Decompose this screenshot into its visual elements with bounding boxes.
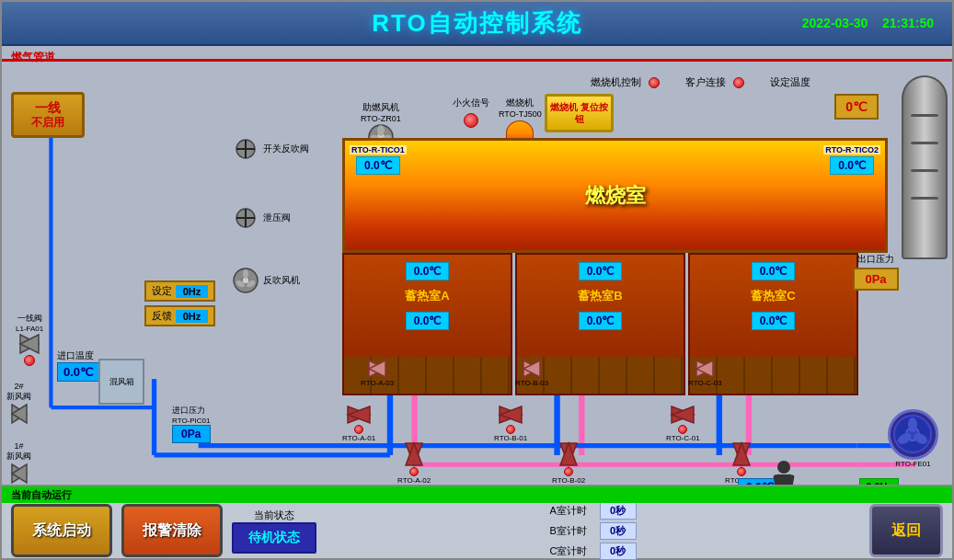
set-temp-label: 设定温度 [770,75,810,89]
check-valve-label: 开关反吹阀 [263,143,309,155]
valve-l1-id: L1-FA01 [16,325,43,333]
tic01-display: RTO-R-TICO1 0.0℃ [350,145,407,175]
pressure-valve-label: 泄压阀 [263,211,291,224]
valve-b03-label: RTO-B-03 [515,379,548,387]
outlet-pressure-label: 出口压力 [857,253,894,266]
burner-control-area: 燃烧机控制 客户连接 设定温度 [591,75,810,89]
alarm-button[interactable]: 报警清除 [121,504,223,557]
customer-connect-label: 客户连接 [685,75,726,89]
inlet-pressure-id: RTO-PIC01 [172,417,211,425]
one-line-label-1: 一线 [35,100,61,116]
tic02-value[interactable]: 0.0℃ [830,156,874,175]
return-btn-label: 返回 [891,521,921,541]
outlet-pressure-area: 出口压力 0Pa [853,253,899,291]
timer-c-label: C室计时 [550,544,596,558]
state-value: 待机状态 [232,522,316,554]
check-valve-area: 开关反吹阀 [232,138,309,160]
chamber-a-bottom-temp[interactable]: 0.0℃ [406,312,450,330]
chamber-c-label: 蓄热室C [751,288,795,304]
timer-b-label: B室计时 [550,524,596,538]
timer-a-row: A室计时 0秒 [550,502,637,520]
valve-b01-svg [498,405,523,425]
output-fan-id: RTO-FE01 [895,460,930,468]
timer-b-value: 0秒 [600,522,637,540]
one-line-button[interactable]: 一线 不启用 [11,92,85,138]
valve-l1-area: 一线阀 L1-FA01 [16,313,43,366]
set-hz-value[interactable]: 0Hz [176,285,208,298]
main-container: RTO自动控制系统 2022-03-30 21:31:50 [0,0,954,560]
footer: 当前自动运行 系统启动 报警清除 当前状态 待机状态 A室计时 0秒 B室计时 … [2,485,952,558]
tic01-id: RTO-R-TICO1 [350,145,407,154]
inlet-pressure-value[interactable]: 0Pa [172,425,211,443]
burner-ctrl-label: 燃烧机控制 [591,75,641,89]
valve-a01-area: RTO-A-01 [342,405,375,442]
valve-a02-label: RTO-A-02 [397,476,431,485]
chamber-a-top-temp[interactable]: 0.0℃ [406,262,450,280]
chamber-b-bottom-temp[interactable]: 0.0℃ [579,312,623,330]
burner-machine-id: RTO-TJ500 [499,109,542,119]
pressure-cylinder [902,75,948,259]
output-fan-area: RTO-FE01 [888,409,938,468]
valve-a02-area: RTO-A-02 [397,441,431,485]
inlet-pressure-label: 进口压力 [172,405,211,417]
valve-c01-label: RTO-C-01 [666,434,700,442]
burner-ctrl-indicator [649,77,660,88]
inlet-temp-value[interactable]: 0.0℃ [57,362,100,382]
burner-machine-label: 燃烧机 [506,97,534,109]
app-title: RTO自动控制系统 [372,7,581,40]
timer-a-value: 0秒 [600,502,637,520]
anti-blow-label: 反吹风机 [263,274,300,287]
feedback-hz-value[interactable]: 0Hz [176,310,208,323]
combustion-chamber: RTO-R-TICO1 0.0℃ 燃烧室 RTO-R-TICO2 0.0℃ [342,138,888,253]
ignite-reset-button[interactable]: 燃烧机 复位按钮 [545,94,614,132]
start-btn-label: 系统启动 [32,521,91,541]
valve-c02-svg [731,441,752,467]
timer-a-label: A室计时 [550,504,596,518]
timer-c-value: 0秒 [600,543,637,560]
tic02-id: RTO-R-TICO2 [823,145,880,154]
chamber-c-bottom-temp[interactable]: 0.0℃ [752,312,796,330]
feedback-hz-row: 反馈 0Hz [144,305,215,326]
running-status-text: 当前自动运行 [11,488,72,502]
inlet-temp-area: 进口温度 0.0℃ [57,349,100,382]
check-valve-svg [232,138,259,160]
fan2-label: 2# [14,382,23,391]
valve-c01-indicator [678,425,687,434]
alarm-btn-label: 报警清除 [143,521,201,541]
header: RTO自动控制系统 2022-03-30 21:31:50 [2,2,952,46]
valve-c03-area: RTO-C-03 [688,359,722,387]
datetime: 2022-03-30 21:31:50 [802,16,934,30]
hz-controls: 设定 0Hz 反馈 0Hz [144,280,215,326]
date: 2022-03-30 [802,16,868,30]
start-button[interactable]: 系统启动 [11,504,112,557]
set-temp-value[interactable]: 0℃ [834,94,879,120]
inlet-pressure-area: 进口压力 RTO-PIC01 0Pa [172,405,211,443]
tic01-value[interactable]: 0.0℃ [356,156,400,175]
flame-signal: 小火信号 [453,97,489,128]
fan2-svg [8,403,30,425]
chamber-c-top-temp[interactable]: 0.0℃ [752,262,796,280]
chamber-b-top-temp[interactable]: 0.0℃ [579,262,623,280]
outlet-pressure-value[interactable]: 0Pa [853,268,899,291]
return-button[interactable]: 返回 [869,504,943,557]
valve-b03-svg [522,359,542,379]
svg-point-57 [908,417,917,432]
timer-c-row: C室计时 0秒 [550,543,637,560]
valve-a01-indicator [354,425,363,434]
valve-c01-svg [670,405,695,425]
fan2-area: 2# 新风阀 [6,382,31,425]
svg-point-60 [777,461,790,474]
valve-b02-area: RTO-B-02 [552,441,585,485]
valve-b02-indicator [564,467,573,476]
combustion-chamber-label: 燃烧室 [585,184,646,207]
pressure-valve-area: 泄压阀 [232,207,291,229]
mixing-box-label: 混风箱 [109,376,134,388]
anti-blow-svg [232,267,259,294]
output-fan-circle [888,409,938,460]
valve-b01-indicator [506,425,515,434]
current-state-box: 当前状态 待机状态 [232,509,316,554]
customer-indicator [733,77,744,88]
valve-l1-label: 一线阀 [17,313,42,325]
valve-b02-label: RTO-B-02 [552,476,585,485]
combustion-label: 燃烧室 [585,182,646,210]
